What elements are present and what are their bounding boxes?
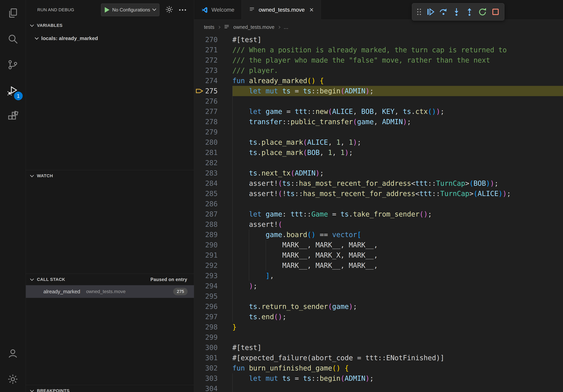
code-line[interactable]: 296 ts.return_to_sender(game);	[194, 301, 563, 312]
code-text[interactable]: ts.place_mark(BOB, 1, 1);	[232, 147, 563, 158]
settings-gear-icon[interactable]	[0, 366, 26, 392]
breakpoint-gutter[interactable]	[194, 127, 205, 137]
code-text[interactable]: );	[232, 281, 563, 291]
breakpoint-gutter[interactable]	[194, 65, 205, 76]
code-text[interactable]: fun already_marked() {	[232, 76, 563, 86]
line-number[interactable]: 270	[205, 35, 218, 45]
code-text[interactable]: ts.return_to_sender(game);	[232, 301, 563, 312]
code-line[interactable]: 286	[194, 199, 563, 209]
code-text[interactable]: #[test]	[232, 342, 563, 353]
extensions-icon[interactable]	[0, 104, 26, 129]
breakpoint-gutter[interactable]	[194, 147, 205, 158]
continue-button[interactable]	[424, 5, 437, 19]
code-text[interactable]	[232, 158, 563, 168]
breakpoint-gutter[interactable]	[194, 188, 205, 199]
code-text[interactable]: #[expected_failure(abort_code = ttt::ENo…	[232, 353, 563, 363]
code-text[interactable]: ts.place_mark(ALICE, 1, 1);	[232, 137, 563, 147]
variables-header[interactable]: VARIABLES	[26, 20, 194, 31]
code-line[interactable]: 284 assert!(ts::has_most_recent_for_addr…	[194, 178, 563, 188]
line-number[interactable]: 300	[205, 342, 218, 353]
breakpoint-gutter[interactable]	[194, 55, 205, 65]
line-number[interactable]: 277	[205, 106, 218, 117]
code-line[interactable]: 294 );	[194, 281, 563, 291]
code-text[interactable]: assert!(ts::has_most_recent_for_address<…	[232, 178, 563, 188]
call-stack-frame[interactable]: already_marked owned_tests.move 275	[26, 285, 194, 298]
debug-current-line-marker[interactable]	[194, 86, 205, 96]
breakpoint-gutter[interactable]	[194, 117, 205, 127]
explorer-icon[interactable]	[0, 0, 26, 26]
line-number[interactable]: 288	[205, 219, 218, 230]
breakpoint-gutter[interactable]	[194, 45, 205, 55]
code-text[interactable]: #[test]	[232, 35, 563, 45]
breakpoint-gutter[interactable]	[194, 281, 205, 291]
line-number[interactable]: 301	[205, 353, 218, 363]
start-debug-icon[interactable]	[105, 7, 109, 13]
code-text[interactable]	[232, 383, 563, 392]
code-line[interactable]: 275 let mut ts = ts::begin(ADMIN);	[194, 86, 563, 96]
code-line[interactable]: 281 ts.place_mark(BOB, 1, 1);	[194, 147, 563, 158]
breakpoint-gutter[interactable]	[194, 209, 205, 219]
code-line[interactable]: 270#[test]	[194, 35, 563, 45]
line-number[interactable]: 287	[205, 209, 218, 219]
code-text[interactable]: ts.next_tx(ADMIN);	[232, 168, 563, 178]
watch-header[interactable]: WATCH	[26, 170, 194, 182]
line-number[interactable]: 271	[205, 45, 218, 55]
code-line[interactable]: 300#[test]	[194, 342, 563, 353]
code-text[interactable]: MARK__, MARK__, MARK__,	[232, 240, 563, 250]
line-number[interactable]: 297	[205, 312, 218, 322]
code-line[interactable]: 293 ],	[194, 271, 563, 281]
stop-button[interactable]	[489, 5, 502, 19]
line-number[interactable]: 272	[205, 55, 218, 65]
more-actions-icon[interactable]	[179, 9, 186, 11]
code-line[interactable]: 301#[expected_failure(abort_code = ttt::…	[194, 353, 563, 363]
tab-welcome[interactable]: Welcome	[194, 0, 242, 20]
breakpoint-gutter[interactable]	[194, 35, 205, 45]
breakpoint-gutter[interactable]	[194, 353, 205, 363]
breakpoint-gutter[interactable]	[194, 363, 205, 373]
code-editor[interactable]: 270#[test]271/// When a position is alre…	[194, 35, 563, 392]
line-number[interactable]: 285	[205, 188, 218, 199]
line-number[interactable]: 279	[205, 127, 218, 137]
code-text[interactable]	[232, 291, 563, 301]
breakpoint-gutter[interactable]	[194, 342, 205, 353]
code-text[interactable]	[232, 332, 563, 342]
code-line[interactable]: 298}	[194, 322, 563, 332]
code-line[interactable]: 289 game.board() == vector[	[194, 230, 563, 240]
line-number[interactable]: 275	[205, 86, 218, 96]
breakpoint-gutter[interactable]	[194, 178, 205, 188]
variables-scope-row[interactable]: locals: already_marked	[26, 33, 194, 44]
breakpoint-gutter[interactable]	[194, 168, 205, 178]
call-stack-header[interactable]: CALL STACK Paused on entry	[26, 274, 194, 285]
line-number[interactable]: 283	[205, 168, 218, 178]
step-out-button[interactable]	[463, 5, 476, 19]
line-number[interactable]: 298	[205, 322, 218, 332]
code-text[interactable]: fun burn_unfinished_game() {	[232, 363, 563, 373]
source-control-icon[interactable]	[0, 52, 26, 78]
code-line[interactable]: 297 ts.end();	[194, 312, 563, 322]
code-line[interactable]: 295	[194, 291, 563, 301]
code-text[interactable]	[232, 199, 563, 209]
code-text[interactable]: transfer::public_transfer(game, ADMIN);	[232, 117, 563, 127]
breakpoints-header[interactable]: BREAKPOINTS	[26, 385, 194, 392]
restart-button[interactable]	[476, 5, 489, 19]
breakpoint-gutter[interactable]	[194, 158, 205, 168]
breakpoint-gutter[interactable]	[194, 106, 205, 117]
breakpoint-gutter[interactable]	[194, 137, 205, 147]
code-text[interactable]: assert!(!ts::has_most_recent_for_address…	[232, 188, 563, 199]
code-line[interactable]: 271/// When a position is already marked…	[194, 45, 563, 55]
code-line[interactable]: 287 let game: ttt::Game = ts.take_from_s…	[194, 209, 563, 219]
breakpoint-gutter[interactable]	[194, 230, 205, 240]
code-text[interactable]: let mut ts = ts::begin(ADMIN);	[232, 86, 563, 96]
line-number[interactable]: 281	[205, 147, 218, 158]
breakpoint-gutter[interactable]	[194, 332, 205, 342]
line-number[interactable]: 274	[205, 76, 218, 86]
line-number[interactable]: 284	[205, 178, 218, 188]
code-line[interactable]: 299	[194, 332, 563, 342]
breakpoint-gutter[interactable]	[194, 271, 205, 281]
breadcrumb-file[interactable]: owned_tests.move	[233, 24, 274, 30]
code-text[interactable]: /// When a position is already marked, t…	[232, 45, 563, 55]
breakpoint-gutter[interactable]	[194, 240, 205, 250]
code-line[interactable]: 291 MARK__, MARK_X, MARK__,	[194, 250, 563, 260]
toolbar-drag-handle[interactable]	[417, 9, 421, 15]
line-number[interactable]: 293	[205, 271, 218, 281]
